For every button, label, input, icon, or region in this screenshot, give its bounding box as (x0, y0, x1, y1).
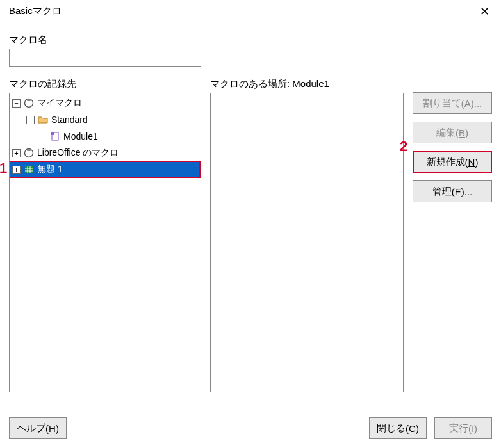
run-button[interactable]: 実行(I) (434, 417, 492, 439)
svg-rect-5 (27, 149, 31, 151)
expand-icon[interactable]: + (12, 166, 21, 174)
macro-tree[interactable]: − マイマクロ − Standard (9, 93, 201, 392)
tree-item-module1[interactable]: Module1 (10, 128, 201, 145)
annotation-number-2: 2 (400, 138, 407, 155)
tree-item-label: マイマクロ (37, 97, 82, 109)
expand-icon[interactable]: + (12, 149, 21, 157)
spreadsheet-icon (23, 164, 35, 175)
collapse-icon[interactable]: − (12, 99, 21, 108)
tree-item-label: Standard (51, 115, 88, 125)
svg-rect-6 (25, 166, 33, 173)
macro-name-input[interactable] (9, 49, 201, 67)
svg-rect-3 (51, 132, 54, 135)
module-icon (49, 131, 61, 142)
macro-name-label: マクロ名 (9, 34, 492, 46)
close-button[interactable]: 閉じる(C) (369, 417, 427, 439)
close-icon[interactable]: ✕ (477, 6, 492, 17)
tree-item-my-macros[interactable]: − マイマクロ (10, 95, 201, 111)
macro-list[interactable] (210, 93, 404, 392)
edit-button[interactable]: 編集(B) (413, 122, 492, 143)
tree-item-libreoffice-macros[interactable]: + LibreOffice のマクロ (10, 145, 201, 161)
assign-button[interactable]: 割り当て(A)... (413, 92, 492, 114)
tree-item-label: LibreOffice のマクロ (37, 147, 119, 159)
record-to-label: マクロの記録先 (9, 78, 201, 90)
library-icon (23, 97, 35, 109)
help-button[interactable]: ヘルプ(H) (9, 417, 67, 439)
tree-item-untitled1[interactable]: + 無題 1 (10, 161, 201, 178)
tree-item-standard[interactable]: − Standard (10, 111, 201, 128)
new-button[interactable]: 新規作成(N) (413, 151, 492, 173)
library-icon (23, 147, 35, 159)
svg-rect-1 (27, 99, 31, 101)
macro-location-label: マクロのある場所: Module1 (210, 78, 404, 90)
tree-item-label: 無題 1 (37, 164, 63, 175)
collapse-icon[interactable]: − (26, 116, 35, 124)
annotation-number-1: 1 (0, 160, 7, 177)
dialog-title: Basicマクロ (9, 5, 62, 17)
folder-icon (37, 114, 49, 125)
tree-item-label: Module1 (63, 131, 98, 141)
manage-button[interactable]: 管理(E)... (413, 180, 492, 202)
